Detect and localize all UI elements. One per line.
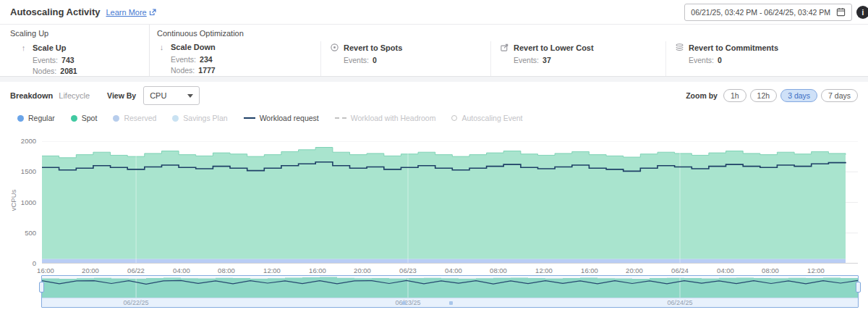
- legend-swatch-icon: [451, 115, 457, 121]
- x-axis-tick: 04:00: [166, 266, 197, 274]
- metric-row: Events: 0: [675, 55, 868, 66]
- legend-swatch-icon: [17, 115, 24, 122]
- legend-label: Workload with Headroom: [351, 114, 436, 122]
- metric-row: Events: 0: [330, 55, 490, 66]
- metric-label: Events:: [689, 56, 714, 64]
- date-range-input[interactable]: 06/21/25, 03:42 PM - 06/24/25, 03:42 PM: [684, 4, 852, 21]
- y-axis-tick: 2000: [12, 137, 36, 145]
- learn-more-link[interactable]: Learn More: [106, 8, 156, 17]
- y-axis-tick: 1500: [12, 167, 36, 175]
- section-title: Scaling Up: [10, 29, 149, 42]
- metric-label: Nodes:: [33, 67, 56, 75]
- metric-revert-to-commitments: Revert to Commitments Events: 0: [665, 41, 868, 76]
- metric-row: Nodes: 1777: [157, 65, 320, 76]
- legend-item-workload-request[interactable]: Workload request: [244, 114, 319, 122]
- navigator-mini-chart[interactable]: [42, 276, 858, 298]
- legend-item-autoscaling-event[interactable]: Autoscaling Event: [451, 114, 522, 122]
- navigator-grip[interactable]: [449, 301, 453, 305]
- legend-item-spot[interactable]: Spot: [71, 114, 98, 122]
- legend-item-savings-plan[interactable]: Savings Plan: [172, 114, 227, 122]
- legend-swatch-icon: [71, 115, 77, 122]
- y-axis-tick: 1000: [12, 198, 36, 206]
- tab-lifecycle[interactable]: Lifecycle: [59, 91, 90, 100]
- metric-revert-to-lower-cost: Revert to Lower Cost Events: 37: [490, 41, 665, 76]
- main-chart-svg: [42, 141, 858, 264]
- top-bar: Autoscaling Activity Learn More 06/21/25…: [0, 0, 868, 24]
- metric-name: Scale Down: [171, 43, 216, 51]
- section-title: Continuous Optimization: [150, 29, 868, 41]
- x-axis-tick: 08:00: [210, 266, 242, 274]
- navigator-selection-overlay: [42, 276, 858, 298]
- info-icon[interactable]: i: [856, 6, 868, 19]
- metric-value: 743: [61, 56, 75, 64]
- zoom-option-1h[interactable]: 1h: [723, 89, 746, 102]
- navigator-right-handle[interactable]: [856, 282, 861, 293]
- chart-legend: RegularSpotReservedSavings PlanWorkload …: [17, 114, 523, 122]
- page-title: Autoscaling Activity: [10, 7, 100, 17]
- metric-value: 1777: [198, 66, 215, 75]
- x-axis-tick: 04:00: [710, 266, 741, 274]
- tab-breakdown[interactable]: Breakdown: [10, 91, 53, 100]
- revert-to-spots-icon: [330, 43, 339, 52]
- metric-row: Events: 234: [157, 54, 320, 65]
- legend-item-regular[interactable]: Regular: [17, 114, 55, 122]
- metric-name: Revert to Spots: [344, 43, 402, 52]
- metric-name: Revert to Commitments: [689, 43, 778, 52]
- metric-name: Scale Up: [33, 43, 66, 52]
- navigator-date-label: 06/22/25: [116, 299, 156, 306]
- navigator-date-label: 06/23/25: [388, 299, 428, 306]
- x-axis-tick: 16:00: [302, 266, 333, 274]
- legend-label: Spot: [82, 114, 98, 122]
- main-chart-area: [42, 141, 858, 264]
- view-by-label: View By: [107, 91, 136, 100]
- legend-swatch-icon: [244, 117, 255, 119]
- view-by-select[interactable]: CPU: [143, 86, 200, 105]
- metric-scale-down: ↓ Scale Down Events: 234 Nodes: 1777: [150, 41, 320, 76]
- chevron-down-icon: [187, 94, 193, 98]
- view-by-value: CPU: [150, 91, 166, 100]
- revert-to-commitments-icon: [675, 43, 684, 52]
- metric-label: Events:: [514, 56, 539, 64]
- zoom-option-7-days[interactable]: 7 days: [821, 89, 858, 102]
- navigator-grip[interactable]: [402, 301, 406, 305]
- legend-item-workload-with-headroom[interactable]: Workload with Headroom: [335, 114, 436, 122]
- metric-scale-up: ↑ Scale Up Events: 743 Nodes: 2081: [10, 42, 149, 77]
- autoscaling-stats-panel: Scaling Up ↑ Scale Up Events: 743 Nodes:…: [0, 24, 868, 77]
- zoom-option-3-days[interactable]: 3 days: [780, 89, 817, 102]
- zoom-option-12h[interactable]: 12h: [750, 89, 778, 102]
- metric-label: Events:: [344, 56, 369, 64]
- x-axis-tick: 16:00: [574, 266, 605, 274]
- legend-label: Regular: [28, 114, 55, 122]
- x-axis-tick: 12:00: [528, 266, 560, 274]
- chart-controls: Breakdown Lifecycle View By CPU Zoom by …: [0, 82, 868, 105]
- x-axis-tick: 16:00: [30, 266, 61, 274]
- x-axis-tick: 04:00: [438, 266, 469, 274]
- x-axis-tick: 20:00: [346, 266, 378, 274]
- metric-label: Events:: [171, 55, 196, 64]
- metric-name: Revert to Lower Cost: [514, 43, 594, 52]
- external-link-icon: [149, 9, 156, 16]
- metric-value: 37: [542, 56, 551, 64]
- y-axis-tick: 500: [12, 229, 36, 237]
- legend-item-reserved[interactable]: Reserved: [113, 114, 156, 122]
- legend-swatch-icon: [335, 117, 346, 119]
- legend-label: Reserved: [124, 114, 156, 122]
- arrow-down-icon: ↓: [157, 43, 166, 51]
- metric-row: Nodes: 2081: [19, 66, 149, 77]
- x-axis-tick: 20:00: [75, 266, 106, 274]
- metric-value: 0: [373, 56, 377, 64]
- date-range-value: 06/21/25, 03:42 PM - 06/24/25, 03:42 PM: [691, 8, 830, 17]
- navigator-date-label: 06/24/25: [660, 299, 700, 306]
- panel-divider: [0, 77, 868, 82]
- revert-to-lower-cost-icon: [500, 43, 509, 52]
- zoom-by-options: 1h12h3 days7 days: [723, 89, 858, 102]
- x-axis-tick: 06/22: [120, 266, 152, 274]
- chart-navigator[interactable]: 06/22/2506/23/2506/24/25: [41, 275, 859, 308]
- metric-value: 0: [718, 56, 722, 64]
- x-axis-tick: 06/23: [392, 266, 424, 274]
- navigator-left-handle[interactable]: [39, 282, 44, 293]
- metric-revert-to-spots: Revert to Spots Events: 0: [320, 41, 490, 76]
- metric-value: 2081: [60, 67, 77, 75]
- metric-value: 234: [200, 55, 213, 64]
- learn-more-label: Learn More: [106, 8, 146, 17]
